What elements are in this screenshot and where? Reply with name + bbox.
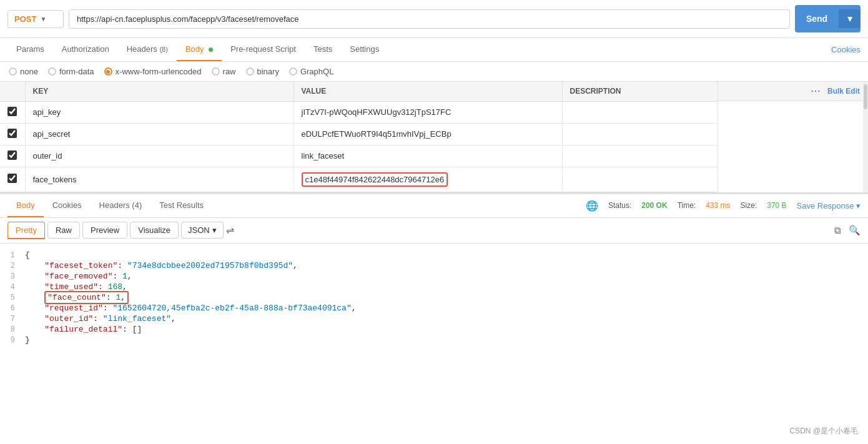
row1-checkbox[interactable] (7, 107, 17, 116)
json-line-7: 7 "outer_id": "link_faceset", (0, 313, 868, 324)
row3-checkbox-cell (0, 145, 25, 167)
row3-key[interactable]: outer_id (25, 145, 293, 167)
table-scrollbar (863, 82, 868, 192)
row2-key[interactable]: api_secret (25, 123, 293, 145)
row1-description[interactable] (562, 101, 718, 123)
radio-binary-dot (246, 67, 254, 76)
tab-settings[interactable]: Settings (341, 38, 388, 61)
status-bar: 🌐 Status: 200 OK Time: 433 ms Size: 370 … (586, 200, 861, 212)
table-row: face_tokens c1e48f44974f842622448dc79647… (0, 167, 868, 192)
json-line-3: 3 "face_removed": 1, (0, 271, 868, 282)
col-header-key: KEY (25, 82, 293, 101)
radio-none-dot (9, 67, 17, 76)
radio-form-data[interactable]: form-data (48, 67, 94, 76)
row4-checkbox-cell (0, 167, 25, 192)
method-select[interactable]: POST ▼ (7, 10, 64, 28)
json-controls: Pretty Raw Preview Visualize JSON ▾ ⇌ ⧉ … (0, 218, 868, 244)
send-dropdown-button[interactable]: ▼ (839, 9, 861, 28)
save-response-button[interactable]: Save Response ▾ (797, 201, 861, 210)
size-value: 370 B (767, 201, 786, 210)
tab-pre-request-script[interactable]: Pre-request Script (222, 38, 305, 61)
cookies-link[interactable]: Cookies (831, 39, 861, 61)
table-row: api_secret eDULPcfETWuoRT9I4q51mvhIVpj_E… (0, 123, 868, 145)
tab-headers[interactable]: Headers (8) (118, 38, 177, 61)
search-icon[interactable]: 🔍 (849, 225, 861, 236)
json-content: 1 { 2 "faceset_token": "734e8dcbbee2002e… (0, 244, 868, 378)
row2-checkbox-cell (0, 123, 25, 145)
row1-value[interactable]: jITzV7I-pWQoqHFXWUUgv312jTpS17FC (293, 101, 562, 123)
row1-key[interactable]: api_key (25, 101, 293, 123)
radio-graphql[interactable]: GraphQL (289, 67, 333, 76)
main-tabs: Params Authorization Headers (8) Body Pr… (0, 38, 868, 62)
row4-key[interactable]: face_tokens (25, 167, 293, 192)
json-line-8: 8 "failure_detail": [] (0, 324, 868, 335)
tab-body[interactable]: Body (177, 38, 222, 61)
status-value: 200 OK (641, 201, 667, 210)
radio-urlencoded-dot (104, 67, 112, 76)
view-preview-button[interactable]: Preview (82, 222, 127, 239)
row4-description[interactable] (562, 167, 718, 192)
bulk-edit-label[interactable]: Bulk Edit (827, 87, 860, 96)
view-visualize-button[interactable]: Visualize (130, 222, 179, 239)
json-line-6: 6 "request_id": "1652604720,45efba2c-eb2… (0, 303, 868, 313)
table-row: api_key jITzV7I-pWQoqHFXWUUgv312jTpS17FC (0, 101, 868, 123)
response-tabs-row: Body Cookies Headers (4) Test Results 🌐 … (0, 192, 868, 218)
row4-checkbox[interactable] (7, 174, 17, 183)
row3-value[interactable]: link_faceset (293, 145, 562, 167)
json-format-label: JSON (188, 225, 210, 235)
body-type-row: none form-data x-www-form-urlencoded raw… (0, 62, 868, 82)
json-line-9: 9 } (0, 335, 868, 345)
response-tab-test-results[interactable]: Test Results (150, 194, 212, 217)
row3-description[interactable] (562, 145, 718, 167)
params-table-container: KEY VALUE DESCRIPTION ··· Bulk Edit api_… (0, 82, 868, 192)
globe-icon: 🌐 (586, 200, 598, 212)
response-tab-headers[interactable]: Headers (4) (91, 194, 151, 217)
col-header-description: DESCRIPTION (562, 82, 718, 101)
radio-graphql-dot (289, 67, 297, 76)
col-header-check (0, 82, 25, 101)
view-raw-button[interactable]: Raw (47, 222, 80, 239)
row3-checkbox[interactable] (7, 150, 17, 160)
row2-value[interactable]: eDULPcfETWuoRT9I4q51mvhIVpj_ECBp (293, 123, 562, 145)
response-tab-body[interactable]: Body (7, 194, 44, 217)
face-tokens-value-highlighted: c1e48f44974f842622448dc7964712e6 (302, 172, 448, 187)
json-line-1: 1 { (0, 250, 868, 260)
tab-params[interactable]: Params (7, 38, 53, 61)
tab-tests[interactable]: Tests (305, 38, 341, 61)
radio-x-www-form-urlencoded[interactable]: x-www-form-urlencoded (104, 67, 202, 76)
time-value: 433 ms (706, 201, 730, 210)
row2-checkbox[interactable] (7, 129, 17, 138)
radio-raw[interactable]: raw (212, 67, 236, 76)
row4-value[interactable]: c1e48f44974f842622448dc7964712e6 (293, 167, 562, 192)
response-tab-cookies[interactable]: Cookies (44, 194, 91, 217)
radio-none[interactable]: none (9, 67, 38, 76)
method-chevron-icon: ▼ (40, 16, 46, 22)
radio-raw-dot (212, 67, 220, 76)
filter-icon[interactable]: ⇌ (226, 224, 234, 236)
tab-authorization[interactable]: Authorization (53, 38, 118, 61)
method-label: POST (14, 14, 36, 24)
send-button-group: Send ▼ (795, 5, 861, 32)
send-button[interactable]: Send (795, 9, 839, 28)
json-line-5: 5 "face_count": 1, (0, 292, 868, 303)
copy-icon[interactable]: ⧉ (834, 225, 841, 236)
json-line-2: 2 "faceset_token": "734e8dcbbee2002ed719… (0, 260, 868, 271)
url-bar: POST ▼ Send ▼ (0, 0, 868, 38)
table-row: outer_id link_faceset (0, 145, 868, 167)
json-format-chevron-icon: ▾ (212, 225, 217, 235)
row2-description[interactable] (562, 123, 718, 145)
params-table: KEY VALUE DESCRIPTION ··· Bulk Edit api_… (0, 82, 868, 192)
json-line-4: 4 "time_used": 168, (0, 282, 868, 292)
url-input[interactable] (69, 9, 790, 29)
radio-binary[interactable]: binary (246, 67, 279, 76)
col-header-bulk-edit: ··· Bulk Edit (718, 82, 868, 101)
table-options-icon[interactable]: ··· (811, 87, 821, 96)
view-pretty-button[interactable]: Pretty (7, 222, 45, 239)
col-header-value: VALUE (293, 82, 562, 101)
status-label: Status: (608, 201, 631, 210)
json-format-select[interactable]: JSON ▾ (181, 222, 224, 239)
size-label: Size: (741, 201, 757, 210)
row1-checkbox-cell (0, 101, 25, 123)
time-label: Time: (678, 201, 696, 210)
radio-form-data-dot (48, 67, 56, 76)
